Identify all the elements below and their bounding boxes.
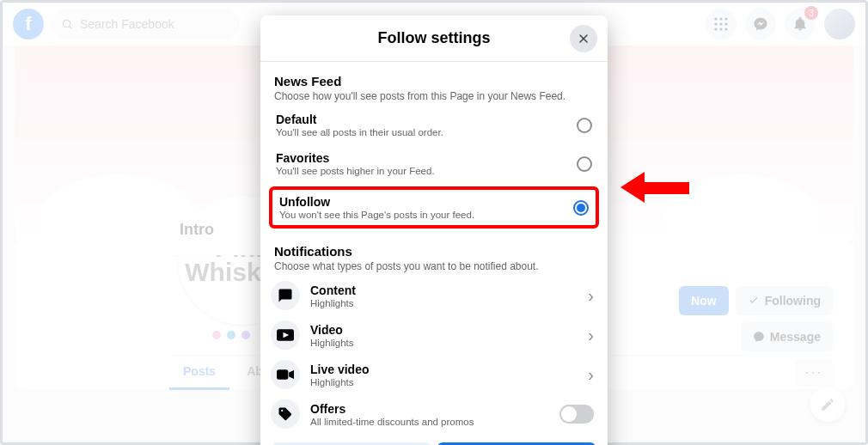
- notif-live-video[interactable]: Live video Highlights ›: [260, 355, 608, 394]
- modal-header: Follow settings: [260, 15, 608, 62]
- radio-unfollow[interactable]: [573, 200, 589, 216]
- svg-rect-12: [277, 369, 288, 380]
- video-icon: [277, 329, 294, 341]
- camcorder-icon: [277, 369, 294, 381]
- notif-video[interactable]: Video Highlights ›: [260, 315, 608, 355]
- option-sub: You'll see all posts in their usual orde…: [276, 127, 568, 137]
- notifications-title: Notifications: [274, 244, 594, 259]
- modal-button-row: Cancel Update: [260, 434, 608, 445]
- option-title: Unfollow: [279, 195, 565, 209]
- live-video-icon-wrap: [271, 360, 300, 389]
- chevron-right-icon: ›: [588, 365, 594, 385]
- option-sub: You won't see this Page's posts in your …: [279, 210, 565, 220]
- modal-title: Follow settings: [377, 29, 490, 47]
- callout-arrow: [620, 172, 689, 203]
- radio-default[interactable]: [577, 118, 592, 133]
- offers-icon-wrap: [271, 399, 300, 429]
- option-title: Default: [276, 113, 568, 126]
- radio-favorites[interactable]: [577, 156, 592, 172]
- notifications-section: Notifications Choose what types of posts…: [260, 232, 608, 276]
- notif-content[interactable]: Content Highlights ›: [260, 276, 608, 315]
- newsfeed-section: News Feed Choose how you'll see posts fr…: [260, 62, 608, 106]
- newsfeed-sub: Choose how you'll see posts from this Pa…: [274, 90, 594, 102]
- close-icon: [577, 32, 590, 46]
- content-icon: [271, 281, 300, 310]
- option-unfollow[interactable]: Unfollow You won't see this Page's posts…: [269, 186, 599, 229]
- option-title: Favorites: [276, 151, 568, 165]
- chevron-right-icon: ›: [588, 286, 594, 306]
- modal-close-button[interactable]: [570, 25, 597, 52]
- chat-bubble-icon: [278, 288, 293, 303]
- option-favorites[interactable]: Favorites You'll see posts higher in you…: [260, 144, 608, 183]
- tag-icon: [278, 406, 293, 422]
- newsfeed-title: News Feed: [274, 74, 594, 88]
- video-icon-wrap: [271, 320, 300, 350]
- follow-settings-modal: Follow settings News Feed Choose how you…: [260, 15, 608, 445]
- chevron-right-icon: ›: [588, 326, 594, 345]
- offers-toggle[interactable]: [559, 405, 594, 424]
- notif-offers[interactable]: Offers All limited-time discounts and pr…: [260, 394, 608, 434]
- option-sub: You'll see posts higher in your Feed.: [276, 166, 568, 176]
- option-default[interactable]: Default You'll see all posts in their us…: [260, 106, 608, 144]
- notifications-sub: Choose what types of posts you want to b…: [274, 260, 594, 272]
